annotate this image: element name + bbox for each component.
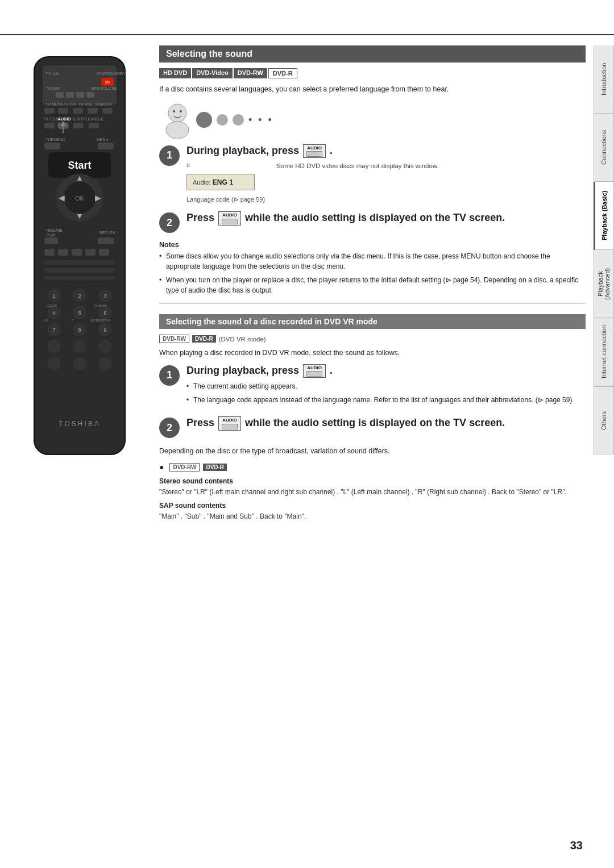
svg-text:DIMMER: DIMMER bbox=[94, 304, 107, 307]
svg-text:I/b: I/b bbox=[105, 80, 110, 84]
svg-rect-53 bbox=[44, 260, 115, 265]
vr-badges-row: DVD-RW DVD-R (DVD VR mode) bbox=[159, 335, 586, 343]
nav-dot-3 bbox=[233, 114, 244, 126]
svg-text:Start: Start bbox=[68, 160, 91, 171]
tab-internet-connection[interactable]: Internet connection bbox=[594, 318, 614, 386]
note-item-1: Some discs allow you to change audio sel… bbox=[159, 251, 586, 272]
tab-playback-advanced[interactable]: Playback (Advanced) bbox=[594, 250, 614, 318]
svg-text:▶: ▶ bbox=[95, 193, 101, 202]
svg-rect-10 bbox=[76, 92, 84, 98]
svg-text:SUBTITLE: SUBTITLE bbox=[73, 117, 91, 121]
step-2-content: Press AUDIO while the audio setting is d… bbox=[186, 211, 586, 228]
svg-rect-8 bbox=[56, 92, 64, 98]
svg-text:AUDIO: AUDIO bbox=[58, 117, 71, 121]
svg-text:◀: ◀ bbox=[59, 193, 65, 202]
sap-sound-label: SAP sound contents bbox=[159, 502, 586, 510]
sub-step-1-title: During playback, press AUDIO . bbox=[186, 364, 586, 378]
svg-point-87 bbox=[168, 104, 186, 122]
tab-others[interactable]: Others bbox=[594, 386, 614, 454]
svg-text:ON/STANDBY: ON/STANDBY bbox=[97, 71, 126, 76]
svg-rect-27 bbox=[73, 123, 83, 128]
sap-sound-detail: "Main" . "Sub" . "Main and Sub" . Back t… bbox=[159, 511, 586, 521]
svg-rect-19 bbox=[88, 108, 98, 114]
svg-rect-11 bbox=[86, 92, 94, 98]
svg-text:TV MUTE: TV MUTE bbox=[45, 102, 63, 106]
stereo-sound-detail: "Stereo" or "LR" (Left main channel and … bbox=[159, 487, 586, 497]
svg-text:7: 7 bbox=[52, 327, 55, 333]
sub-step-2-content: Press AUDIO while the audio setting is d… bbox=[186, 416, 586, 433]
svg-rect-48 bbox=[44, 249, 55, 256]
svg-point-83 bbox=[73, 357, 86, 370]
nav-ellipsis: • • • bbox=[248, 114, 273, 126]
nav-dot-2 bbox=[217, 114, 228, 126]
navigation-dots: • • • bbox=[196, 112, 273, 128]
badge-dvd-rw-vr: DVD-RW bbox=[159, 335, 189, 343]
step-1-note: Some HD DVD video discs may not display … bbox=[276, 161, 439, 171]
svg-point-84 bbox=[98, 357, 112, 370]
stereo-sound-label: Stereo sound contents bbox=[159, 477, 586, 485]
audio-button-icon: AUDIO bbox=[303, 144, 326, 158]
svg-text:8: 8 bbox=[78, 327, 81, 333]
character-illustration: • • • bbox=[159, 102, 586, 139]
svg-point-67 bbox=[98, 340, 112, 353]
sub-step-1-bullet-2: The language code appears instead of the… bbox=[186, 395, 586, 405]
svg-rect-55 bbox=[44, 276, 115, 281]
tab-connections[interactable]: Connections bbox=[594, 114, 614, 182]
badge-dvd-r: DVD-R bbox=[268, 68, 297, 78]
svg-rect-28 bbox=[89, 123, 99, 128]
step-1-title: During playback, press AUDIO . bbox=[186, 144, 439, 158]
svg-text:1: 1 bbox=[52, 293, 55, 299]
svg-text:5: 5 bbox=[78, 310, 81, 316]
section-divider bbox=[159, 303, 586, 304]
svg-text:DISPLAY: DISPLAY bbox=[96, 102, 112, 106]
subsection-title: Selecting the sound of a disc recorded i… bbox=[159, 314, 586, 329]
svg-text:TOSHIBA: TOSHIBA bbox=[59, 420, 100, 428]
nav-dot-1 bbox=[196, 112, 212, 128]
main-content-area: Selecting the sound HD DVD DVD-Video DVD… bbox=[159, 45, 586, 834]
svg-text:TV/DVD: TV/DVD bbox=[45, 86, 60, 90]
svg-text:OPEN/CLOSE: OPEN/CLOSE bbox=[91, 86, 117, 90]
svg-rect-9 bbox=[66, 92, 74, 98]
svg-text:6: 6 bbox=[103, 310, 106, 316]
svg-rect-16 bbox=[44, 108, 55, 114]
audio-screen-display: Audio: ENG 1 bbox=[186, 174, 255, 190]
tab-introduction[interactable]: Introduction bbox=[594, 45, 614, 114]
character-figure bbox=[159, 102, 196, 139]
step-2-circle: 2 bbox=[159, 212, 180, 233]
svg-point-82 bbox=[47, 357, 61, 370]
svg-text:MUTE&SETUP: MUTE&SETUP bbox=[91, 319, 111, 322]
sub-step-2-circle: 2 bbox=[159, 418, 180, 438]
stereo-sound-section: Stereo sound contents "Stereo" or "LR" (… bbox=[159, 477, 586, 497]
step-2-title: Press AUDIO while the audio setting is d… bbox=[186, 211, 586, 225]
svg-text:RESUME: RESUME bbox=[47, 228, 63, 232]
intro-text: If a disc contains several languages, yo… bbox=[159, 84, 586, 95]
svg-rect-52 bbox=[99, 249, 109, 256]
remote-control-image: TV 1/b ON/STANDBY I/b TV/DVD OPEN/CLOSE … bbox=[17, 51, 148, 483]
svg-text:RETURN: RETURN bbox=[99, 231, 115, 235]
lang-code-note: Language code (⊳ page 59) bbox=[186, 196, 265, 203]
format-badges-row: HD DVD DVD-Video DVD-RW DVD-R bbox=[159, 68, 586, 78]
svg-rect-50 bbox=[72, 249, 82, 256]
badge-dvd-r-vr: DVD-R bbox=[192, 335, 216, 343]
svg-point-89 bbox=[173, 110, 175, 112]
svg-point-66 bbox=[73, 340, 86, 353]
section-title: Selecting the sound bbox=[159, 45, 586, 62]
sub-step-1-bullet-1: The current audio setting appears. bbox=[186, 381, 586, 391]
sound-badge-row: ● DVD-RW DVD-R bbox=[159, 462, 586, 471]
svg-text:2: 2 bbox=[78, 293, 81, 299]
svg-rect-20 bbox=[102, 108, 113, 114]
top-divider bbox=[0, 34, 614, 35]
step-1-block: 1 During playback, press AUDIO . e bbox=[159, 144, 586, 203]
step-1-content: During playback, press AUDIO . e Audio: bbox=[186, 144, 586, 203]
sub-step-1-block: 1 During playback, press AUDIO . The cur… bbox=[159, 364, 586, 408]
svg-rect-47 bbox=[98, 237, 114, 244]
audio-button-3-icon: AUDIO bbox=[303, 364, 326, 378]
svg-rect-17 bbox=[58, 108, 68, 114]
svg-text:▼: ▼ bbox=[76, 211, 84, 220]
svg-text:TV 1/b: TV 1/b bbox=[45, 71, 59, 76]
svg-text:9: 9 bbox=[103, 327, 106, 333]
note-item-2: When you turn on the player or replace a… bbox=[159, 275, 586, 295]
sap-sound-section: SAP sound contents "Main" . "Sub" . "Mai… bbox=[159, 502, 586, 521]
tab-playback-basic[interactable]: Playback (Basic) bbox=[594, 182, 614, 250]
svg-point-65 bbox=[47, 340, 61, 353]
